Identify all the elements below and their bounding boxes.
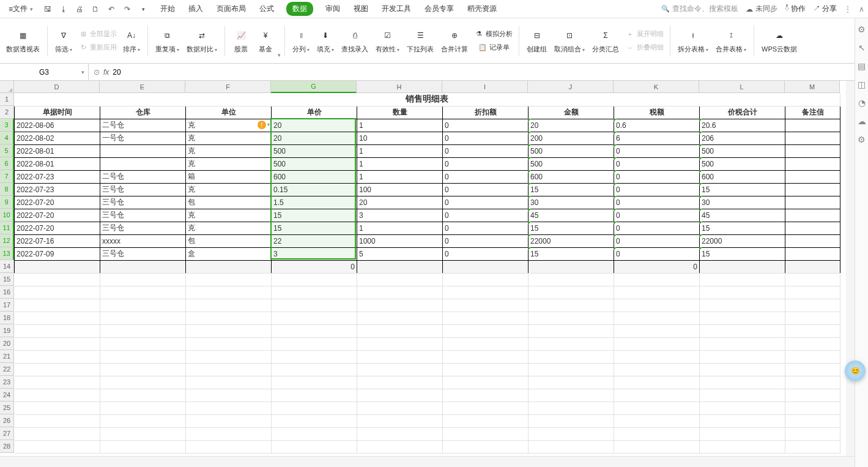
cell[interactable] [357,427,443,440]
group-button[interactable]: ⊟创建组 [523,26,551,55]
data-compare-button[interactable]: ⇄数据对比 [183,26,221,55]
cell[interactable] [529,286,614,299]
side-select-icon[interactable]: ↖ [858,43,866,53]
preview-icon[interactable]: 🗋 [91,4,100,14]
cell[interactable] [357,389,443,402]
cell[interactable]: 20.6 [700,119,785,132]
collapse-detail-button[interactable]: −折叠明细 [623,42,666,54]
cell[interactable] [700,402,785,414]
formula-input[interactable] [113,68,602,77]
validation-button[interactable]: ☑有效性 [372,26,403,55]
cell[interactable] [357,402,443,414]
filter-button[interactable]: ∇筛选 [51,26,76,55]
cell[interactable]: 15 [529,247,614,260]
reapply-button[interactable]: ↻重新应用 [76,42,119,54]
cell[interactable] [15,286,100,299]
cell[interactable]: 6 [614,132,700,144]
cell[interactable]: 2022-08-01 [15,144,100,157]
cell[interactable]: 0 [614,157,700,170]
fx-icon[interactable]: fx [103,68,109,77]
cell[interactable] [272,389,357,402]
row-header-20[interactable]: 20 [0,337,14,350]
cell[interactable] [700,389,785,402]
cell[interactable]: 0 [443,132,529,144]
cell[interactable] [785,299,840,312]
side-form-icon[interactable]: ▤ [858,61,866,71]
cell[interactable] [100,427,186,440]
tab-稻壳资源[interactable]: 稻壳资源 [466,1,498,17]
cell[interactable]: 22 [272,234,357,247]
row-header-18[interactable]: 18 [0,312,14,324]
find-entry-button[interactable]: ⎙查找录入 [338,26,372,55]
error-dropdown-icon[interactable]: ▾ [267,122,270,127]
cell[interactable]: 三号仓 [100,183,186,196]
cell[interactable] [785,363,840,376]
cell[interactable] [785,414,840,427]
cell[interactable]: 2022-07-23 [15,183,100,196]
cell[interactable] [186,337,272,350]
cell[interactable] [100,260,186,273]
assistant-badge[interactable]: 😊 [845,361,866,381]
sync-status[interactable]: 未同步 [746,4,777,14]
cell[interactable] [272,337,357,350]
cell[interactable] [443,440,529,453]
cell[interactable] [443,273,529,286]
row-header-1[interactable]: 1 [0,93,14,106]
cell[interactable] [100,157,186,170]
column-header-F[interactable]: F [185,81,271,93]
cell[interactable] [785,196,840,209]
cell[interactable]: 0 [272,260,357,273]
cell[interactable]: 一号仓 [100,132,186,144]
cell[interactable]: 2022-08-01 [15,157,100,170]
cell[interactable]: 3 [357,209,443,222]
cell[interactable] [100,286,186,299]
cell[interactable] [529,324,614,337]
cell[interactable] [15,312,100,324]
cell[interactable] [443,286,529,299]
cell[interactable]: 22000 [700,234,785,247]
spreadsheet-area[interactable]: DEFGHIJKLM 12345678910111213141516171819… [0,81,855,456]
duplicates-button[interactable]: ⧉重复项 [152,26,183,55]
column-header-D[interactable]: D [14,81,100,93]
cell[interactable]: 500 [272,144,357,157]
cell[interactable]: 20 [272,132,357,144]
tab-页面布局[interactable]: 页面布局 [215,1,247,17]
cell[interactable] [272,414,357,427]
cell[interactable] [15,299,100,312]
cell[interactable]: 0 [614,170,700,183]
column-header-J[interactable]: J [528,81,614,93]
row-header-23[interactable]: 23 [0,376,14,389]
cell[interactable]: 15 [700,183,785,196]
cell[interactable] [357,273,443,286]
cell[interactable] [785,234,840,247]
cell[interactable]: 单据时间 [15,106,100,119]
cell[interactable]: 5 [357,247,443,260]
cell[interactable] [100,440,186,453]
cell[interactable] [357,324,443,337]
cell[interactable]: 30 [529,196,614,209]
cell[interactable] [443,337,529,350]
row-header-14[interactable]: 14 [0,260,14,273]
cell[interactable] [15,389,100,402]
cell[interactable] [614,273,700,286]
cell[interactable] [529,299,614,312]
redo-icon[interactable]: ↷ [122,4,132,14]
cell[interactable]: 15 [700,247,785,260]
tab-数据[interactable]: 数据 [286,2,313,16]
cell[interactable]: 20 [529,119,614,132]
cell[interactable]: 三号仓 [100,222,186,234]
tab-视图[interactable]: 视图 [352,1,369,17]
cell[interactable]: 0 [443,247,529,260]
cell[interactable]: 包 [186,234,272,247]
cell[interactable] [614,312,700,324]
cell[interactable]: 0 [443,157,529,170]
cell[interactable] [100,402,186,414]
cell[interactable] [785,170,840,183]
cell[interactable] [700,376,785,389]
cell[interactable] [529,389,614,402]
side-template-icon[interactable]: ◫ [858,80,866,89]
cell[interactable]: 600 [700,170,785,183]
cell[interactable]: 0 [443,209,529,222]
sort-button[interactable]: A↓排序 [119,26,144,55]
cell[interactable]: 22000 [529,234,614,247]
